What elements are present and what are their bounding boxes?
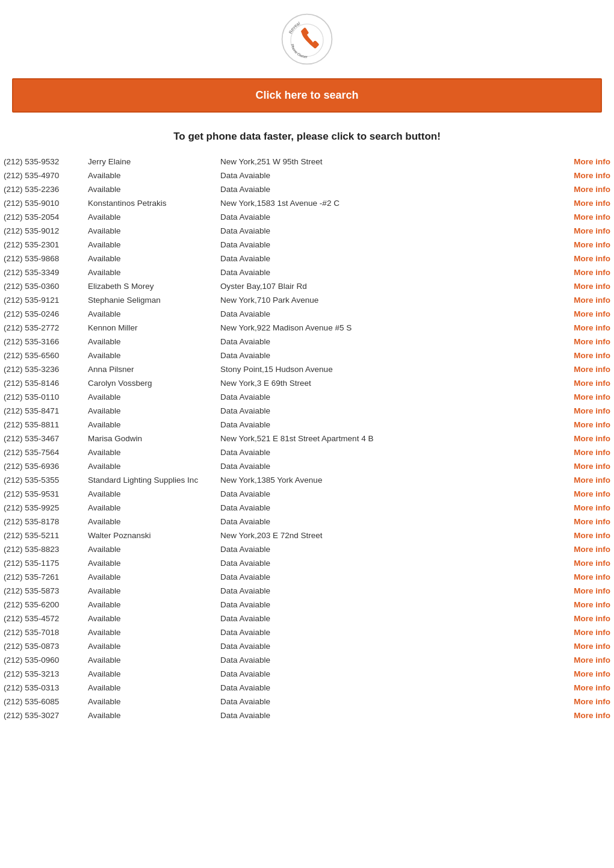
phone-cell: (212) 535-3027: [0, 708, 84, 722]
more-info-link[interactable]: More info: [574, 379, 610, 388]
more-info-cell[interactable]: More info: [566, 681, 614, 695]
more-info-link[interactable]: More info: [574, 420, 610, 429]
more-info-cell[interactable]: More info: [566, 252, 614, 265]
more-info-cell[interactable]: More info: [566, 390, 614, 404]
more-info-cell[interactable]: More info: [566, 362, 614, 376]
more-info-link[interactable]: More info: [574, 531, 610, 540]
more-info-cell[interactable]: More info: [566, 612, 614, 625]
more-info-cell[interactable]: More info: [566, 418, 614, 432]
more-info-link[interactable]: More info: [574, 226, 610, 235]
more-info-cell[interactable]: More info: [566, 570, 614, 584]
more-info-link[interactable]: More info: [574, 614, 610, 623]
more-info-link[interactable]: More info: [574, 448, 610, 457]
more-info-link[interactable]: More info: [574, 517, 610, 526]
more-info-link[interactable]: More info: [574, 309, 610, 318]
more-info-cell[interactable]: More info: [566, 224, 614, 238]
more-info-link[interactable]: More info: [574, 212, 610, 222]
more-info-cell[interactable]: More info: [566, 432, 614, 445]
address-cell: Stony Point,15 Hudson Avenue: [217, 362, 566, 376]
more-info-cell[interactable]: More info: [566, 265, 614, 279]
more-info-cell[interactable]: More info: [566, 445, 614, 459]
more-info-link[interactable]: More info: [574, 503, 610, 512]
table-row: (212) 535-3166 Available Data Avaiable M…: [0, 335, 614, 349]
more-info-cell[interactable]: More info: [566, 404, 614, 418]
more-info-link[interactable]: More info: [574, 323, 610, 332]
more-info-link[interactable]: More info: [574, 683, 610, 692]
more-info-cell[interactable]: More info: [566, 639, 614, 653]
more-info-cell[interactable]: More info: [566, 542, 614, 556]
more-info-link[interactable]: More info: [574, 600, 610, 609]
more-info-link[interactable]: More info: [574, 476, 610, 485]
more-info-cell[interactable]: More info: [566, 501, 614, 515]
more-info-cell[interactable]: More info: [566, 459, 614, 473]
more-info-link[interactable]: More info: [574, 282, 610, 291]
more-info-link[interactable]: More info: [574, 157, 610, 166]
more-info-cell[interactable]: More info: [566, 625, 614, 639]
table-row: (212) 535-0313 Available Data Avaiable M…: [0, 681, 614, 695]
more-info-cell[interactable]: More info: [566, 487, 614, 501]
more-info-cell[interactable]: More info: [566, 335, 614, 349]
more-info-link[interactable]: More info: [574, 268, 610, 277]
more-info-link[interactable]: More info: [574, 462, 610, 471]
more-info-cell[interactable]: More info: [566, 210, 614, 224]
more-info-link[interactable]: More info: [574, 489, 610, 498]
more-info-link[interactable]: More info: [574, 586, 610, 595]
more-info-link[interactable]: More info: [574, 240, 610, 249]
more-info-link[interactable]: More info: [574, 337, 610, 346]
address-cell: Data Avaiable: [217, 625, 566, 639]
more-info-link[interactable]: More info: [574, 406, 610, 415]
more-info-cell[interactable]: More info: [566, 598, 614, 612]
address-cell: Data Avaiable: [217, 515, 566, 529]
table-row: (212) 535-9012 Available Data Avaiable M…: [0, 224, 614, 238]
more-info-cell[interactable]: More info: [566, 182, 614, 196]
name-cell: Anna Pilsner: [84, 362, 217, 376]
name-cell: Elizabeth S Morey: [84, 279, 217, 293]
more-info-cell[interactable]: More info: [566, 473, 614, 487]
more-info-cell[interactable]: More info: [566, 279, 614, 293]
more-info-cell[interactable]: More info: [566, 196, 614, 210]
phone-cell: (212) 535-0873: [0, 639, 84, 653]
name-cell: Marisa Godwin: [84, 432, 217, 445]
search-link[interactable]: Click here to search: [255, 89, 358, 101]
more-info-cell[interactable]: More info: [566, 708, 614, 722]
more-info-cell[interactable]: More info: [566, 515, 614, 529]
more-info-link[interactable]: More info: [574, 656, 610, 665]
more-info-link[interactable]: More info: [574, 254, 610, 263]
more-info-cell[interactable]: More info: [566, 667, 614, 681]
more-info-link[interactable]: More info: [574, 711, 610, 720]
more-info-link[interactable]: More info: [574, 171, 610, 180]
more-info-cell[interactable]: More info: [566, 556, 614, 570]
more-info-link[interactable]: More info: [574, 628, 610, 637]
name-cell: Available: [84, 390, 217, 404]
more-info-link[interactable]: More info: [574, 572, 610, 581]
more-info-cell[interactable]: More info: [566, 376, 614, 390]
more-info-cell[interactable]: More info: [566, 293, 614, 307]
name-cell: Available: [84, 501, 217, 515]
address-cell: Data Avaiable: [217, 252, 566, 265]
more-info-link[interactable]: More info: [574, 434, 610, 443]
more-info-link[interactable]: More info: [574, 185, 610, 194]
more-info-cell[interactable]: More info: [566, 349, 614, 362]
more-info-link[interactable]: More info: [574, 697, 610, 706]
more-info-cell[interactable]: More info: [566, 529, 614, 542]
more-info-cell[interactable]: More info: [566, 695, 614, 708]
more-info-link[interactable]: More info: [574, 669, 610, 678]
more-info-link[interactable]: More info: [574, 545, 610, 554]
search-banner[interactable]: Click here to search: [12, 78, 602, 113]
phone-cell: (212) 535-7564: [0, 445, 84, 459]
more-info-cell[interactable]: More info: [566, 155, 614, 169]
more-info-link[interactable]: More info: [574, 642, 610, 651]
more-info-link[interactable]: More info: [574, 296, 610, 305]
more-info-link[interactable]: More info: [574, 351, 610, 360]
more-info-link[interactable]: More info: [574, 199, 610, 208]
more-info-cell[interactable]: More info: [566, 653, 614, 667]
more-info-link[interactable]: More info: [574, 559, 610, 568]
more-info-cell[interactable]: More info: [566, 321, 614, 335]
more-info-cell[interactable]: More info: [566, 169, 614, 182]
more-info-cell[interactable]: More info: [566, 238, 614, 252]
more-info-cell[interactable]: More info: [566, 307, 614, 321]
table-row: (212) 535-8823 Available Data Avaiable M…: [0, 542, 614, 556]
more-info-cell[interactable]: More info: [566, 584, 614, 598]
more-info-link[interactable]: More info: [574, 365, 610, 374]
more-info-link[interactable]: More info: [574, 392, 610, 401]
